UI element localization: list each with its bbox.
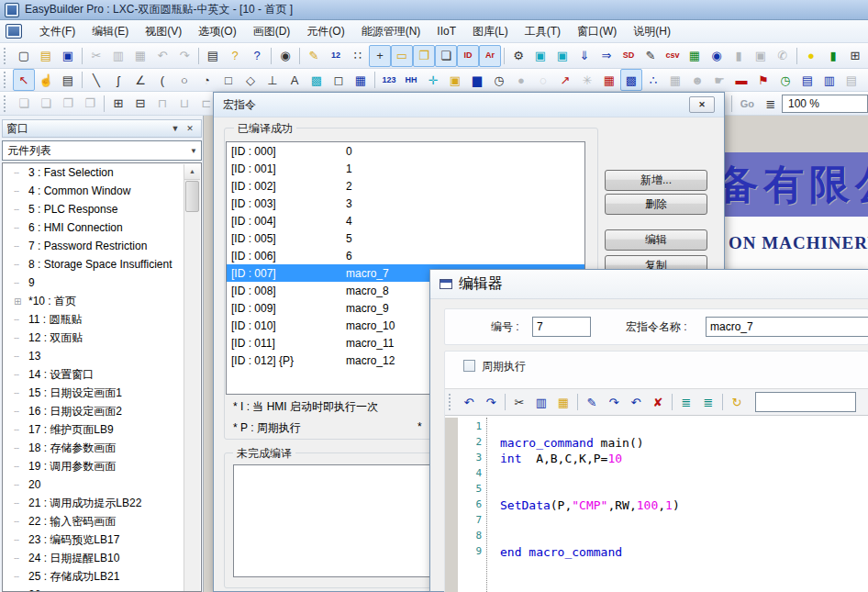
panel-mode-combo[interactable]: 元件列表 ▼ (2, 140, 202, 161)
macro-dialog-titlebar[interactable]: 宏指令 ✕ (214, 93, 724, 117)
close-icon[interactable]: ✕ (689, 96, 715, 113)
rect-icon[interactable]: □ (217, 69, 239, 91)
recipe-csv-icon[interactable]: csv (662, 45, 684, 67)
send-back-icon[interactable]: ❐ (79, 93, 101, 115)
redo-icon[interactable]: ↷ (480, 391, 502, 413)
bar-alarm-icon[interactable]: ▬ (730, 69, 752, 91)
data-grid-icon[interactable]: ▦ (664, 69, 686, 91)
order-forward-icon[interactable]: ❏ (13, 93, 35, 115)
dashed-circle-icon[interactable]: ◌ (532, 69, 554, 91)
layers-icon[interactable]: ≣ (760, 93, 782, 115)
windows-panel-header[interactable]: 窗口 ▼ ✕ (2, 119, 202, 138)
save-icon[interactable]: ▣ (57, 45, 79, 67)
window-list-item[interactable]: ┄ 16 : 日期设定画面2 (3, 402, 201, 420)
macro-list-row[interactable]: [ID : 001] 1 (227, 160, 584, 177)
align-top-icon[interactable]: ⊓ (151, 93, 173, 115)
polygon-icon[interactable]: ◇ (239, 69, 262, 91)
undo-icon[interactable]: ↶ (151, 45, 173, 67)
camera-icon[interactable]: ▣ (750, 45, 772, 67)
picture-view-icon[interactable]: ▩ (620, 69, 642, 91)
report-icon[interactable]: ▤ (840, 69, 862, 91)
align-hcenter-icon[interactable]: ⊞ (107, 93, 129, 115)
delete-macro-button[interactable]: 删除 (605, 194, 707, 215)
frame-icon[interactable]: ◻ (328, 69, 350, 91)
window-list-item[interactable]: ┄ 11 : 圆瓶贴 (3, 310, 201, 329)
toolbar-grip[interactable] (449, 394, 454, 410)
zoom-level-combo[interactable]: 100 % (782, 95, 868, 113)
clear-bookmarks-icon[interactable]: ✘ (647, 391, 669, 413)
menu-edit[interactable]: 编辑(E) (83, 21, 137, 42)
menu-tool[interactable]: 工具(T) (517, 21, 569, 42)
trend-display-icon[interactable]: ↗ (554, 69, 576, 91)
sd-card-icon[interactable]: SD (618, 45, 640, 67)
operator-icon[interactable]: ☻ (686, 69, 708, 91)
macro-id-input[interactable] (532, 317, 591, 337)
bar-graph-icon[interactable]: ▆ (466, 69, 488, 91)
menu-option[interactable]: 选项(O) (190, 21, 244, 42)
shape-frame-toggle-icon[interactable]: ▭ (391, 45, 413, 67)
macro-list-row[interactable]: [ID : 002] 2 (227, 177, 584, 195)
history-data-icon[interactable]: ▦ (598, 69, 620, 91)
menu-object[interactable]: 元件(O) (298, 21, 352, 42)
overview-icon[interactable]: ◉ (706, 45, 728, 67)
macro-list-row[interactable]: [ID : 006] 6 (227, 247, 584, 264)
usb-icon[interactable]: ▮ (728, 45, 750, 67)
window-list-item[interactable]: ┄ 5 : PLC Response (3, 200, 201, 218)
phone-icon[interactable]: ✆ (772, 45, 794, 67)
periodic-checkbox[interactable] (463, 360, 475, 372)
pen-icon[interactable]: ✎ (303, 45, 325, 67)
bring-front-icon[interactable]: ❐ (57, 93, 79, 115)
macro-list-row[interactable]: [ID : 004] 4 (227, 212, 584, 229)
find-icon[interactable]: ◉ (274, 45, 296, 67)
numeric-display-icon[interactable]: 123 (378, 69, 400, 91)
window-list-item[interactable]: ┄ 22 : 输入密码画面 (3, 512, 201, 531)
download-icon[interactable]: ⇓ (573, 45, 595, 67)
traffic-light-icon[interactable]: ▮ (822, 45, 844, 67)
window-list-item[interactable]: ┄ 3 : Fast Selection (3, 163, 201, 182)
outdent-icon[interactable]: ≣ (697, 391, 719, 413)
hmi-state-icon[interactable]: ⊞ (844, 45, 866, 67)
pan-hand-icon[interactable]: ☝ (35, 69, 57, 91)
date-ruler-icon[interactable]: 12 (325, 45, 347, 67)
menu-file[interactable]: 文件(F) (31, 21, 83, 42)
align-bottom-icon[interactable]: ⊔ (173, 93, 195, 115)
open-folder-icon[interactable]: ▤ (35, 45, 57, 67)
text-icon[interactable]: A (284, 69, 306, 91)
data-table-icon[interactable]: ▦ (684, 45, 706, 67)
snap-toggle-icon[interactable]: + (369, 45, 391, 67)
id-toggle-icon[interactable]: ID (457, 45, 479, 67)
toolbar-grip[interactable] (4, 48, 9, 64)
menu-window[interactable]: 窗口(W) (569, 21, 625, 42)
macro-list-row[interactable]: [ID : 005] 5 (227, 229, 584, 247)
window-list-item[interactable]: ┄ 8 : Storage Space Insufficient (3, 255, 201, 274)
editor-search-combo[interactable] (755, 392, 856, 412)
scrollbar-thumb[interactable] (185, 181, 199, 212)
printer-icon[interactable]: ▥ (862, 69, 868, 91)
window-list-scrollbar[interactable]: ▲ (184, 164, 200, 592)
go-button[interactable]: Go (740, 98, 754, 109)
gesture-icon[interactable]: ☛ (708, 69, 730, 91)
compass-icon[interactable]: ✳ (576, 69, 598, 91)
window-list-item[interactable]: ┄ 9 (3, 274, 201, 292)
window-list-item[interactable]: ┄ 7 : Password Restriction (3, 237, 201, 255)
toolbar-grip[interactable] (4, 72, 9, 88)
rebuild-download-icon[interactable]: ⇒ (595, 45, 618, 67)
xy-plot-icon[interactable]: ∴ (642, 69, 664, 91)
online-simulation-icon[interactable]: ▣ (529, 45, 551, 67)
menu-draw[interactable]: 画图(D) (245, 21, 299, 42)
comment-toggle-icon[interactable]: ❏ (435, 45, 457, 67)
bulb-icon[interactable]: ● (800, 45, 822, 67)
window-list-item[interactable]: ┄ 6 : HMI Connection (3, 218, 201, 237)
redo-icon[interactable]: ↷ (173, 45, 195, 67)
context-help-icon[interactable]: ? (246, 45, 268, 67)
offline-simulation-icon[interactable]: ▣ (551, 45, 573, 67)
edit-data-icon[interactable]: ✎ (640, 45, 662, 67)
window-list-item[interactable]: ┄ 12 : 双面贴 (3, 329, 201, 347)
window-list-item[interactable]: ┄ 4 : Common Window (3, 182, 201, 200)
polyline-icon[interactable]: ∠ (129, 69, 151, 91)
window-list-item[interactable]: ┄ 15 : 日期设定画面1 (3, 384, 201, 402)
bezier-icon[interactable]: ʃ (107, 69, 129, 91)
prev-bookmark-icon[interactable]: ↶ (625, 391, 647, 413)
window-overlap-toggle-icon[interactable]: ❐ (413, 45, 435, 67)
cut-icon[interactable]: ✂ (508, 391, 530, 413)
